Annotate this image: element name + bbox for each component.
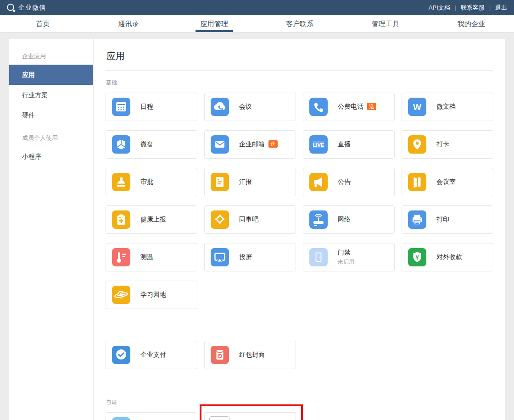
app-card[interactable]: 企业支付: [106, 341, 197, 369]
app-status: 未启用: [338, 258, 354, 266]
app-label: 投屏: [239, 253, 252, 261]
nav-tab-2[interactable]: 应用管理: [171, 15, 257, 32]
app-label: 直播: [338, 140, 351, 149]
app-label: 日程: [140, 103, 153, 111]
payment-shield-icon: ¥: [408, 248, 426, 266]
app-card[interactable]: 学习园地: [106, 281, 197, 309]
app-card[interactable]: 审批: [106, 168, 197, 196]
app-card-text: 会议室: [436, 178, 456, 186]
app-label: 健康上报: [140, 216, 166, 224]
topbar: 企业微信 API文档|联系客服|退出: [0, 0, 514, 15]
app-card[interactable]: LIVE直播: [303, 130, 395, 159]
page-title: 应用: [106, 50, 494, 62]
app-card-text: 公告: [338, 178, 351, 186]
title-divider: [106, 70, 493, 71]
announcement-horn-icon: [309, 173, 328, 191]
nav-tab-4[interactable]: 管理工具: [343, 15, 429, 32]
app-label: 审批: [140, 178, 153, 186]
app-card[interactable]: 微盘: [106, 130, 197, 159]
app-grid: 企业支付红包封面: [106, 341, 500, 378]
app-card-text: 企业邮箱送: [239, 140, 278, 149]
network-router-icon: [309, 210, 328, 229]
topbar-link-0[interactable]: API文档: [428, 4, 451, 12]
app-card-text: 微盘: [140, 140, 153, 149]
app-card[interactable]: W微文档: [402, 93, 493, 121]
svg-text:¥: ¥: [415, 254, 419, 261]
app-card-text: 会议: [239, 103, 252, 111]
app-card-text: 网络: [338, 216, 351, 224]
app-card[interactable]: 会议: [204, 93, 296, 121]
nav-tab-5[interactable]: 我的企业: [428, 15, 514, 32]
app-card[interactable]: ¥对外收款: [402, 243, 493, 271]
gift-badge: 送: [367, 103, 376, 110]
sidebar-item[interactable]: 小程序: [9, 146, 93, 166]
sidebar-item[interactable]: 应用: [9, 65, 93, 85]
main-nav: 首页通讯录应用管理客户联系管理工具我的企业: [0, 15, 514, 33]
app-card-text: 门禁未启用: [338, 249, 354, 266]
app-card[interactable]: 投屏: [204, 243, 296, 271]
app-card[interactable]: 打卡: [402, 130, 493, 159]
app-label: 公费电话送: [338, 103, 376, 111]
app-card[interactable]: 门禁未启用: [303, 243, 395, 271]
app-card[interactable]: 机器人: [106, 412, 197, 420]
app-card-text: 汇报: [239, 178, 252, 186]
app-label: 微文档: [436, 103, 456, 111]
app-groups: 基础日程会议公费电话送W微文档微盘企业邮箱送LIVE直播打卡审批汇报公告会议室健…: [106, 79, 494, 420]
app-label: 企业邮箱送: [239, 140, 278, 149]
nav-tab-1[interactable]: 通讯录: [86, 15, 172, 32]
app-label: 门禁: [338, 249, 354, 257]
thermometer-icon: [112, 248, 130, 266]
logo-text: 企业微信: [18, 4, 46, 12]
app-card[interactable]: 红包封面: [204, 341, 296, 369]
wechat-work-logo[interactable]: 企业微信: [6, 3, 46, 13]
app-card[interactable]: 会议室: [402, 168, 493, 196]
app-card-text: 日程: [140, 103, 153, 111]
app-card[interactable]: 测温: [106, 243, 197, 271]
app-card-text: 测温: [140, 253, 153, 261]
wxpay-bubble-icon: [112, 346, 130, 364]
doc-w-icon: W: [408, 98, 426, 116]
app-label: 打印: [436, 216, 449, 224]
app-card[interactable]: 公告: [303, 168, 395, 196]
app-grid: 机器人创建应用 · 支持小程序: [106, 412, 500, 420]
meeting-cloud-icon: [211, 98, 229, 116]
screencast-icon: [211, 248, 229, 266]
learning-planet-icon: [112, 286, 130, 304]
app-card[interactable]: 公费电话送: [303, 93, 395, 121]
app-card-text: 审批: [140, 178, 153, 186]
create-app-button[interactable]: 创建应用 · 支持小程序: [204, 412, 296, 420]
app-card[interactable]: 企业邮箱送: [204, 130, 296, 159]
app-card-text: 投屏: [239, 253, 252, 261]
app-label: 网络: [338, 216, 351, 224]
colleague-pinwheel-icon: [211, 210, 229, 229]
phone-icon: [309, 98, 328, 116]
app-card[interactable]: 汇报: [204, 168, 296, 196]
app-card[interactable]: 健康上报: [106, 205, 197, 234]
nav-tab-0[interactable]: 首页: [0, 15, 86, 32]
group-label: 基础: [106, 79, 494, 87]
live-icon: LIVE: [309, 135, 328, 154]
app-card-text: 健康上报: [140, 216, 166, 224]
app-card-text: 打印: [436, 216, 449, 224]
redpacket-icon: [211, 346, 229, 364]
main-panel: 应用 基础日程会议公费电话送W微文档微盘企业邮箱送LIVE直播打卡审批汇报公告会…: [94, 39, 505, 420]
app-label: 同事吧: [239, 216, 258, 224]
app-label: 会议: [239, 103, 252, 111]
chat-bubble-logo-icon: [6, 3, 16, 13]
app-card-text: 微文档: [436, 103, 456, 111]
nav-tab-3[interactable]: 客户联系: [257, 15, 343, 32]
calendar-icon: [112, 98, 130, 116]
sidebar-section-label: 成员个人使用: [9, 130, 93, 146]
printer-icon: [408, 210, 426, 229]
sidebar-item[interactable]: 行业方案: [9, 85, 93, 105]
group-label: 自建: [106, 398, 494, 406]
sidebar-item[interactable]: 硬件: [9, 105, 93, 125]
app-card[interactable]: 同事吧: [204, 205, 296, 234]
app-label: 测温: [140, 253, 153, 261]
topbar-link-1[interactable]: 联系客服: [460, 4, 486, 12]
app-card[interactable]: 日程: [106, 93, 197, 121]
app-card[interactable]: 打印: [402, 205, 493, 234]
topbar-link-2[interactable]: 退出: [494, 4, 508, 12]
app-card[interactable]: 网络: [303, 205, 395, 234]
plus-icon: [209, 416, 229, 420]
